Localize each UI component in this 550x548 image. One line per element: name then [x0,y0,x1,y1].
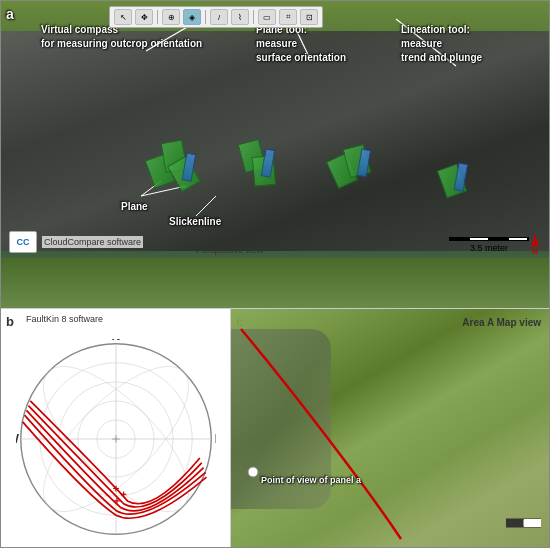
panel-b: b FaultKin 8 software [1,309,231,547]
scale-half-2 [470,238,490,240]
svg-text:S: S [112,538,120,539]
svg-text:N: N [532,247,538,254]
toolbar-cursor[interactable]: ↖ [114,9,132,25]
cloudcompare-logo: CC CloudCompare software [9,231,143,253]
toolbar-move[interactable]: ✥ [135,9,153,25]
toolbar-tool1[interactable]: ⊕ [162,9,180,25]
north-indicator: N [527,234,543,258]
point-of-view-label: Point of view of panel a [261,475,361,487]
svg-rect-32 [524,519,541,527]
cc-label: CloudCompare software [42,236,143,248]
scale-bar: 3.5 meter [449,237,529,253]
panel-a: a ↖ ✥ ⊕ ◈ / ⌇ ▭ ⌗ ⊡ Virtual compassfor m… [1,1,549,309]
area-a-label: Area A Map view [462,317,541,328]
toolbar-tool2[interactable]: ◈ [183,9,201,25]
stereonet: N S E W [16,339,216,539]
bottom-row: b FaultKin 8 software [1,309,549,547]
stereonet-svg: N S E W [16,339,216,539]
cc-icon: CC [9,231,37,253]
grass-bottom [1,258,549,308]
rock-face [1,31,549,251]
svg-text:E: E [215,432,216,446]
panel-c-scalebar-svg [506,515,541,535]
svg-rect-31 [506,519,523,527]
panel-c: c Area A Map view Point of view of panel… [231,309,549,547]
scale-half-1 [450,238,470,240]
toolbar-tool5[interactable]: ▭ [258,9,276,25]
svg-text:N: N [112,339,121,343]
point-of-view-container: Point of view of panel a [261,475,361,487]
panel-c-scalebar [506,515,541,539]
toolbar-tool6[interactable]: ⌗ [279,9,297,25]
toolbar-tool3[interactable]: / [210,9,228,25]
svg-marker-6 [531,234,539,248]
toolbar-tool4[interactable]: ⌇ [231,9,249,25]
figure-container: a ↖ ✥ ⊕ ◈ / ⌇ ▭ ⌗ ⊡ Virtual compassfor m… [0,0,550,548]
faultkin-label: FaultKin 8 software [26,314,103,324]
scale-half-3 [489,238,509,240]
north-arrow-icon: N [527,234,543,254]
scale-text: 3.5 meter [470,243,508,253]
toolbar-tool7[interactable]: ⊡ [300,9,318,25]
panel-b-label: b [6,314,14,329]
svg-text:W: W [16,432,19,446]
toolbar: ↖ ✥ ⊕ ◈ / ⌇ ▭ ⌗ ⊡ [109,6,323,28]
scale-half-4 [509,238,529,240]
scale-bar-line [449,237,529,241]
